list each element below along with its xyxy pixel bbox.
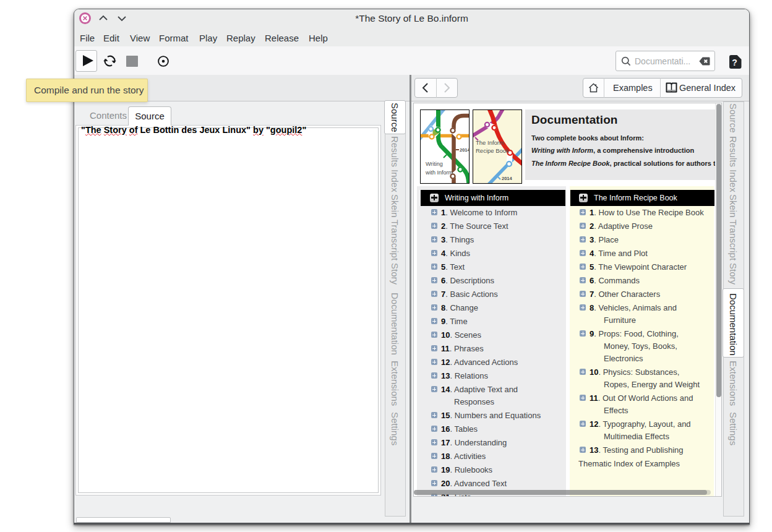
svg-text:2014: 2014 bbox=[460, 147, 470, 153]
svg-text:?: ? bbox=[732, 58, 737, 67]
svg-text:Recipe Book: Recipe Book bbox=[476, 147, 509, 154]
svg-text:2014: 2014 bbox=[502, 176, 513, 181]
svg-text:with Inform: with Inform bbox=[425, 169, 453, 176]
svg-text:The Inform: The Inform bbox=[476, 139, 504, 146]
svg-text:Writing: Writing bbox=[426, 161, 443, 167]
